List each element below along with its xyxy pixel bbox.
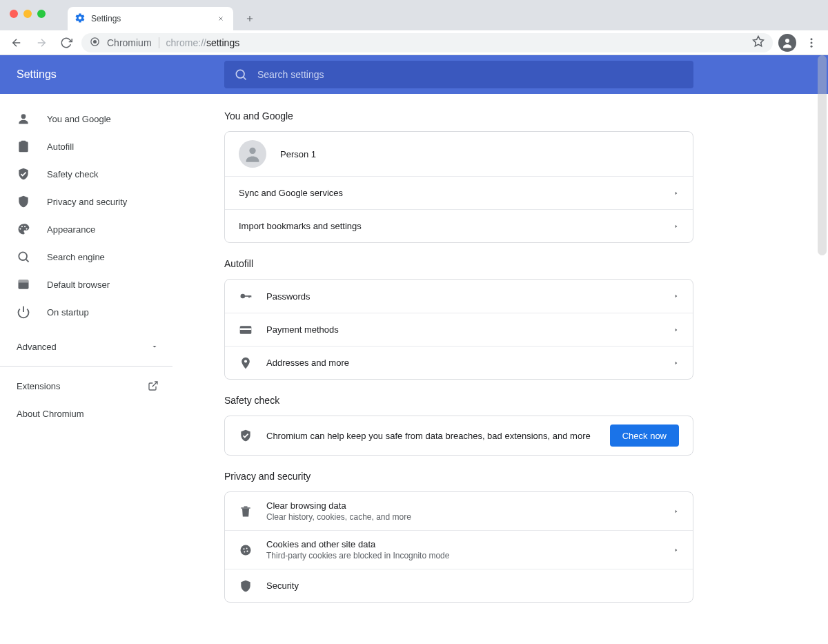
row-sublabel: Clear history, cookies, cache, and more <box>266 512 660 522</box>
profile-row[interactable]: Person 1 <box>225 132 693 176</box>
scrollbar-thumb[interactable] <box>818 55 827 255</box>
settings-search-box[interactable] <box>224 61 693 88</box>
window-close-button[interactable] <box>10 10 18 18</box>
nav-back-button[interactable] <box>7 33 26 52</box>
sidebar-item-label: Privacy and security <box>47 197 127 207</box>
advanced-label: Advanced <box>17 342 57 352</box>
tab-title: Settings <box>91 14 121 23</box>
sidebar-item-you-and-google[interactable]: You and Google <box>0 105 172 133</box>
svg-point-20 <box>241 294 246 299</box>
row-label: Clear browsing data <box>266 500 660 511</box>
svg-rect-25 <box>240 328 252 330</box>
chevron-right-icon <box>673 222 679 231</box>
section-title-safety-check: Safety check <box>224 395 693 406</box>
svg-rect-9 <box>21 141 26 143</box>
sidebar-item-on-startup[interactable]: On startup <box>0 298 172 326</box>
row-clear-browsing-data[interactable]: Clear browsing data Clear history, cooki… <box>225 492 693 530</box>
svg-rect-21 <box>244 295 250 297</box>
location-icon <box>239 356 253 370</box>
svg-point-8 <box>21 114 26 119</box>
section-title-you-and-google: You and Google <box>224 110 693 121</box>
nav-forward-button[interactable] <box>32 33 51 52</box>
sidebar-item-privacy-security[interactable]: Privacy and security <box>0 188 172 215</box>
palette-icon <box>17 222 30 236</box>
extensions-label: Extensions <box>17 381 61 391</box>
omnibox-url: chrome://settings <box>166 37 240 48</box>
sidebar-extensions-link[interactable]: Extensions <box>0 372 172 400</box>
row-payment-methods[interactable]: Payment methods <box>225 313 693 346</box>
sidebar-advanced-toggle[interactable]: Advanced <box>0 333 172 360</box>
row-import-bookmarks[interactable]: Import bookmarks and settings <box>225 209 693 242</box>
sidebar-item-label: Default browser <box>47 280 110 290</box>
settings-header: Settings <box>0 55 828 94</box>
power-icon <box>17 305 30 319</box>
row-label: Addresses and more <box>266 358 660 368</box>
address-bar[interactable]: Chromium chrome://settings <box>81 33 773 52</box>
row-label: Sync and Google services <box>239 188 660 198</box>
window-zoom-button[interactable] <box>37 10 46 18</box>
tab-close-button[interactable] <box>215 13 226 24</box>
external-link-icon <box>148 380 159 391</box>
nav-reload-button[interactable] <box>57 33 76 52</box>
browser-toolbar: Chromium chrome://settings <box>0 30 828 55</box>
window-titlebar: Settings <box>0 0 828 30</box>
sidebar-item-label: Appearance <box>47 224 95 235</box>
row-label: Cookies and other site data <box>266 539 660 549</box>
check-now-button[interactable]: Check now <box>610 425 679 447</box>
sidebar-item-label: On startup <box>47 307 89 318</box>
gear-icon <box>75 12 86 26</box>
window-minimize-button[interactable] <box>23 10 32 18</box>
section-title-privacy: Privacy and security <box>224 471 693 482</box>
svg-marker-2 <box>753 37 764 46</box>
svg-point-6 <box>811 45 813 47</box>
svg-line-18 <box>152 382 157 387</box>
row-safety-desc: Chromium can help keep you safe from dat… <box>225 416 693 455</box>
svg-point-1 <box>93 40 97 43</box>
profile-name: Person 1 <box>280 149 679 159</box>
row-sync-google-services[interactable]: Sync and Google services <box>225 176 693 209</box>
sidebar-divider <box>0 366 172 367</box>
shield-icon <box>239 579 253 593</box>
sidebar-item-autofill[interactable]: Autofill <box>0 133 172 160</box>
svg-point-5 <box>811 41 813 43</box>
svg-point-4 <box>811 38 813 40</box>
sidebar-item-label: You and Google <box>47 114 111 124</box>
svg-point-14 <box>19 252 27 260</box>
svg-point-7 <box>236 70 244 78</box>
omnibox-separator <box>159 37 159 48</box>
about-label: About Chromium <box>17 409 84 419</box>
profile-avatar-button[interactable] <box>778 34 796 52</box>
sidebar-item-search-engine[interactable]: Search engine <box>0 243 172 271</box>
card-safety-check: Chromium can help keep you safe from dat… <box>224 416 693 456</box>
settings-main: You and Google Person 1 Sync and Google … <box>172 94 828 644</box>
row-addresses[interactable]: Addresses and more <box>225 346 693 379</box>
row-label: Passwords <box>266 291 660 302</box>
chevron-right-icon <box>673 189 679 197</box>
row-passwords[interactable]: Passwords <box>225 280 693 313</box>
chevron-right-icon <box>673 546 679 554</box>
svg-point-3 <box>785 39 789 43</box>
svg-point-13 <box>26 228 28 230</box>
row-cookies[interactable]: Cookies and other site data Third-party … <box>225 530 693 569</box>
browser-icon <box>17 277 30 291</box>
star-icon[interactable] <box>752 35 765 50</box>
svg-point-19 <box>249 148 255 154</box>
sidebar-about-link[interactable]: About Chromium <box>0 400 172 427</box>
tab-strip: Settings <box>68 0 259 30</box>
site-chip-icon <box>90 37 100 49</box>
key-icon <box>239 289 253 303</box>
browser-tab-settings[interactable]: Settings <box>68 7 233 30</box>
sidebar-item-appearance[interactable]: Appearance <box>0 215 172 243</box>
new-tab-button[interactable] <box>240 9 259 28</box>
sidebar-item-safety-check[interactable]: Safety check <box>0 160 172 188</box>
sidebar-item-default-browser[interactable]: Default browser <box>0 271 172 298</box>
row-security[interactable]: Security <box>225 569 693 602</box>
settings-search-input[interactable] <box>257 69 684 80</box>
credit-card-icon <box>239 323 253 337</box>
section-title-autofill: Autofill <box>224 258 693 269</box>
trash-icon <box>239 505 253 518</box>
settings-title: Settings <box>0 68 224 81</box>
kebab-menu-button[interactable] <box>802 33 821 52</box>
svg-point-26 <box>241 545 251 555</box>
sidebar-item-label: Autofill <box>47 142 74 152</box>
